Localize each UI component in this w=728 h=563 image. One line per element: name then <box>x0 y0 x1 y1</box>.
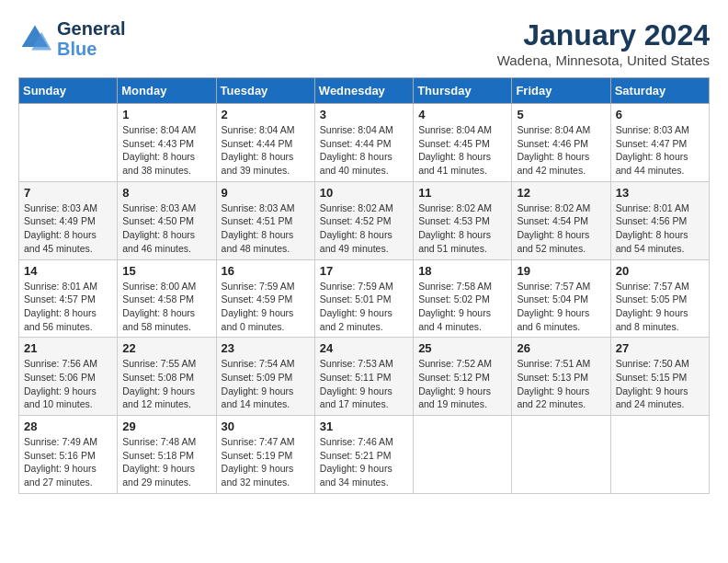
calendar-cell: 16Sunrise: 7:59 AMSunset: 4:59 PMDayligh… <box>216 259 314 338</box>
day-number: 4 <box>418 108 506 121</box>
day-number: 13 <box>616 186 704 200</box>
day-number: 3 <box>320 108 408 121</box>
logo: General Blue <box>18 18 125 59</box>
calendar-cell: 4Sunrise: 8:04 AMSunset: 4:45 PMDaylight… <box>414 104 512 182</box>
calendar-cell <box>19 104 118 182</box>
day-info: Sunrise: 8:02 AMSunset: 4:53 PMDaylight:… <box>418 201 506 256</box>
calendar-cell: 19Sunrise: 7:57 AMSunset: 5:04 PMDayligh… <box>512 259 610 338</box>
calendar-cell <box>414 416 512 494</box>
day-number: 31 <box>320 419 408 433</box>
calendar-cell: 9Sunrise: 8:03 AMSunset: 4:51 PMDaylight… <box>216 181 314 259</box>
day-info: Sunrise: 7:54 AMSunset: 5:09 PMDaylight:… <box>222 357 310 411</box>
calendar-header-row: SundayMondayTuesdayWednesdayThursdayFrid… <box>19 78 710 104</box>
day-info: Sunrise: 8:00 AMSunset: 4:58 PMDaylight:… <box>122 280 210 334</box>
day-info: Sunrise: 7:59 AMSunset: 4:59 PMDaylight:… <box>222 280 310 334</box>
day-number: 23 <box>222 341 310 355</box>
calendar-cell: 2Sunrise: 8:04 AMSunset: 4:44 PMDaylight… <box>216 104 314 182</box>
weekday-header: Tuesday <box>216 78 314 104</box>
page-header: General Blue January 2024 Wadena, Minnes… <box>18 18 710 68</box>
calendar-cell: 1Sunrise: 8:04 AMSunset: 4:43 PMDaylight… <box>118 104 216 182</box>
weekday-header: Wednesday <box>314 78 413 104</box>
day-info: Sunrise: 8:02 AMSunset: 4:52 PMDaylight:… <box>320 201 408 256</box>
calendar-cell: 27Sunrise: 7:50 AMSunset: 5:15 PMDayligh… <box>610 338 709 416</box>
day-info: Sunrise: 7:57 AMSunset: 5:05 PMDaylight:… <box>616 280 704 334</box>
day-info: Sunrise: 8:03 AMSunset: 4:47 PMDaylight:… <box>616 123 704 178</box>
calendar-cell: 10Sunrise: 8:02 AMSunset: 4:52 PMDayligh… <box>314 181 413 259</box>
calendar-cell: 17Sunrise: 7:59 AMSunset: 5:01 PMDayligh… <box>314 259 413 338</box>
logo-icon <box>18 22 51 55</box>
calendar-cell: 30Sunrise: 7:47 AMSunset: 5:19 PMDayligh… <box>216 416 314 494</box>
day-number: 22 <box>122 341 210 355</box>
day-info: Sunrise: 7:55 AMSunset: 5:08 PMDaylight:… <box>122 357 210 411</box>
day-number: 16 <box>222 264 310 278</box>
day-info: Sunrise: 7:50 AMSunset: 5:15 PMDaylight:… <box>616 357 704 411</box>
day-number: 30 <box>222 419 310 433</box>
day-info: Sunrise: 8:01 AMSunset: 4:56 PMDaylight:… <box>616 201 704 256</box>
calendar-cell: 7Sunrise: 8:03 AMSunset: 4:49 PMDaylight… <box>19 181 118 259</box>
weekday-header: Friday <box>512 78 610 104</box>
day-number: 17 <box>320 264 408 278</box>
calendar-week-row: 28Sunrise: 7:49 AMSunset: 5:16 PMDayligh… <box>19 416 710 494</box>
calendar-cell: 22Sunrise: 7:55 AMSunset: 5:08 PMDayligh… <box>118 338 216 416</box>
day-info: Sunrise: 8:03 AMSunset: 4:51 PMDaylight:… <box>222 201 310 256</box>
day-info: Sunrise: 8:01 AMSunset: 4:57 PMDaylight:… <box>24 280 112 334</box>
day-number: 7 <box>24 186 112 200</box>
calendar-cell: 26Sunrise: 7:51 AMSunset: 5:13 PMDayligh… <box>512 338 610 416</box>
calendar-cell: 8Sunrise: 8:03 AMSunset: 4:50 PMDaylight… <box>118 181 216 259</box>
day-info: Sunrise: 8:02 AMSunset: 4:54 PMDaylight:… <box>517 201 605 256</box>
day-info: Sunrise: 7:53 AMSunset: 5:11 PMDaylight:… <box>320 357 408 411</box>
day-info: Sunrise: 7:56 AMSunset: 5:06 PMDaylight:… <box>24 357 112 411</box>
logo-line2: Blue <box>57 39 125 59</box>
day-info: Sunrise: 7:47 AMSunset: 5:19 PMDaylight:… <box>222 435 310 489</box>
day-number: 2 <box>222 108 310 121</box>
weekday-header: Sunday <box>19 78 118 104</box>
day-number: 15 <box>122 264 210 278</box>
title-block: January 2024 Wadena, Minnesota, United S… <box>497 18 710 68</box>
day-number: 1 <box>122 108 210 121</box>
calendar-cell: 14Sunrise: 8:01 AMSunset: 4:57 PMDayligh… <box>19 259 118 338</box>
day-number: 21 <box>24 341 112 355</box>
calendar-cell: 3Sunrise: 8:04 AMSunset: 4:44 PMDaylight… <box>314 104 413 182</box>
logo-line1: General <box>57 18 125 39</box>
calendar-cell: 18Sunrise: 7:58 AMSunset: 5:02 PMDayligh… <box>414 259 512 338</box>
day-info: Sunrise: 7:58 AMSunset: 5:02 PMDaylight:… <box>418 280 506 334</box>
day-info: Sunrise: 8:04 AMSunset: 4:44 PMDaylight:… <box>320 123 408 178</box>
calendar-week-row: 21Sunrise: 7:56 AMSunset: 5:06 PMDayligh… <box>19 338 710 416</box>
calendar-cell: 31Sunrise: 7:46 AMSunset: 5:21 PMDayligh… <box>314 416 413 494</box>
day-number: 14 <box>24 264 112 278</box>
day-info: Sunrise: 8:03 AMSunset: 4:50 PMDaylight:… <box>122 201 210 256</box>
day-number: 10 <box>320 186 408 200</box>
day-number: 6 <box>616 108 704 121</box>
day-info: Sunrise: 7:52 AMSunset: 5:12 PMDaylight:… <box>418 357 506 411</box>
weekday-header: Saturday <box>610 78 709 104</box>
month-title: January 2024 <box>497 18 710 52</box>
calendar-cell: 25Sunrise: 7:52 AMSunset: 5:12 PMDayligh… <box>414 338 512 416</box>
calendar-cell: 5Sunrise: 8:04 AMSunset: 4:46 PMDaylight… <box>512 104 610 182</box>
day-info: Sunrise: 7:46 AMSunset: 5:21 PMDaylight:… <box>320 435 408 489</box>
day-info: Sunrise: 8:03 AMSunset: 4:49 PMDaylight:… <box>24 201 112 256</box>
calendar-cell: 28Sunrise: 7:49 AMSunset: 5:16 PMDayligh… <box>19 416 118 494</box>
day-info: Sunrise: 8:04 AMSunset: 4:44 PMDaylight:… <box>222 123 310 178</box>
weekday-header: Monday <box>118 78 216 104</box>
day-info: Sunrise: 7:51 AMSunset: 5:13 PMDaylight:… <box>517 357 605 411</box>
calendar-week-row: 14Sunrise: 8:01 AMSunset: 4:57 PMDayligh… <box>19 259 710 338</box>
calendar-table: SundayMondayTuesdayWednesdayThursdayFrid… <box>18 77 710 494</box>
calendar-cell <box>512 416 610 494</box>
calendar-cell: 29Sunrise: 7:48 AMSunset: 5:18 PMDayligh… <box>118 416 216 494</box>
day-info: Sunrise: 7:48 AMSunset: 5:18 PMDaylight:… <box>122 435 210 489</box>
calendar-cell: 11Sunrise: 8:02 AMSunset: 4:53 PMDayligh… <box>414 181 512 259</box>
calendar-week-row: 1Sunrise: 8:04 AMSunset: 4:43 PMDaylight… <box>19 104 710 182</box>
calendar-cell: 12Sunrise: 8:02 AMSunset: 4:54 PMDayligh… <box>512 181 610 259</box>
calendar-cell: 24Sunrise: 7:53 AMSunset: 5:11 PMDayligh… <box>314 338 413 416</box>
day-number: 25 <box>418 341 506 355</box>
day-number: 24 <box>320 341 408 355</box>
day-info: Sunrise: 8:04 AMSunset: 4:46 PMDaylight:… <box>517 123 605 178</box>
day-number: 28 <box>24 419 112 433</box>
day-number: 12 <box>517 186 605 200</box>
day-info: Sunrise: 8:04 AMSunset: 4:45 PMDaylight:… <box>418 123 506 178</box>
calendar-cell: 20Sunrise: 7:57 AMSunset: 5:05 PMDayligh… <box>610 259 709 338</box>
day-number: 8 <box>122 186 210 200</box>
day-info: Sunrise: 7:59 AMSunset: 5:01 PMDaylight:… <box>320 280 408 334</box>
day-number: 20 <box>616 264 704 278</box>
logo-text: General Blue <box>57 18 125 59</box>
